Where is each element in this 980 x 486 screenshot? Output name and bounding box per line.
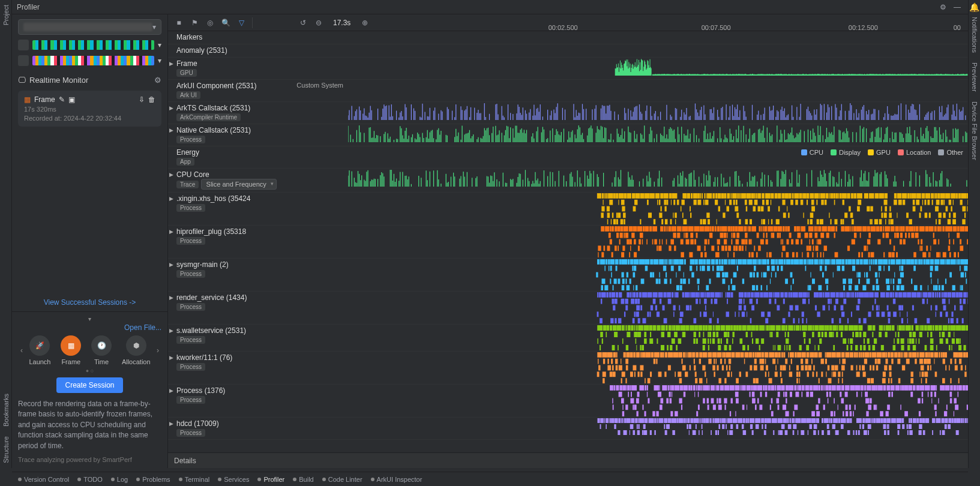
mode-time[interactable]: 🕐 Time [91, 335, 112, 365]
process-thumb-2[interactable]: ▾ [18, 55, 161, 66]
track-arkui-component-2531-[interactable]: ArkUI Component (2531)Ark UICustom Syste… [168, 80, 968, 102]
statusbar-terminal[interactable]: Terminal [179, 476, 210, 483]
expand-icon[interactable]: ▶ [169, 172, 173, 178]
svg-rect-292 [666, 226, 667, 232]
statusbar-code-linter[interactable]: Code Linter [322, 476, 362, 483]
expand-icon[interactable]: ▶ [169, 328, 173, 334]
expand-icon[interactable]: ▶ [169, 262, 173, 268]
track-lane[interactable] [348, 292, 968, 324]
track-lane[interactable] [348, 169, 968, 187]
expand-icon[interactable]: ▶ [169, 421, 173, 427]
process-thumb-1[interactable]: ▾ [18, 40, 161, 50]
track-render-service-1434-[interactable]: ▶render_service (1434)Process [168, 292, 968, 325]
track-lane[interactable] [348, 102, 968, 120]
left-tab-bookmarks[interactable]: Bookmarks [1, 389, 11, 431]
view-sessions-link[interactable]: View Successful Sessions -> [44, 298, 136, 307]
expand-icon[interactable]: ▶ [169, 127, 173, 133]
expand-icon[interactable]: ▶ [169, 295, 173, 301]
track-lane[interactable] [348, 124, 968, 142]
statusbar-services[interactable]: Services [218, 476, 249, 483]
stop-icon[interactable]: ■ [173, 17, 185, 29]
track-kworker-11-1-76-[interactable]: ▶kworker/11:1 (76)Process [168, 352, 968, 385]
filter-icon[interactable]: ▽ [235, 17, 247, 29]
expand-icon[interactable]: ▶ [169, 355, 173, 361]
track-hdcd-17009-[interactable]: ▶hdcd (17009)Process [168, 418, 968, 440]
track-native-callstack-2531-[interactable]: ▶Native Callstack (2531)Process [168, 124, 968, 146]
track-lane[interactable] [348, 58, 968, 76]
statusbar-build[interactable]: Build [293, 476, 313, 483]
track-energy[interactable]: EnergyApp CPU Display GPU Location Other [168, 146, 968, 169]
mode-frame[interactable]: ▦ Frame [61, 335, 81, 365]
left-tab-project[interactable]: Project [1, 0, 11, 30]
track-lane[interactable] [348, 44, 968, 54]
statusbar-problems[interactable]: Problems [136, 476, 170, 483]
undo-icon[interactable]: ↺ [297, 17, 309, 29]
search-icon[interactable]: 🔍 [220, 17, 232, 29]
expand-icon[interactable]: ▶ [169, 388, 173, 394]
track-s-walletservice-2531-[interactable]: ▶s.walletservice (2531)Process [168, 325, 968, 352]
zoom-out-icon[interactable]: ⊖ [313, 17, 325, 29]
zoom-in-icon[interactable]: ⊕ [359, 17, 371, 29]
expand-icon[interactable]: ▶ [169, 196, 173, 202]
right-tab-previewer[interactable]: Previewer [970, 58, 979, 97]
flag-icon[interactable]: ⚑ [188, 17, 200, 29]
track-lane[interactable] [348, 259, 968, 291]
export-icon[interactable]: ⇩ [139, 95, 145, 104]
modes-next[interactable]: › [155, 346, 160, 355]
svg-rect-390 [720, 233, 724, 238]
svg-rect-926 [907, 292, 911, 298]
svg-rect-688 [696, 266, 697, 271]
statusbar-version-control[interactable]: Version Control [18, 476, 69, 483]
expand-icon[interactable]: ▶ [169, 105, 173, 111]
track-lane[interactable] [348, 193, 968, 225]
track-lane[interactable] [348, 352, 968, 384]
track-lane[interactable] [348, 418, 968, 436]
track-lane[interactable] [348, 80, 968, 98]
session-card[interactable]: ▦ Frame ✎ ▣ ⇩ 🗑 17s 320ms Recorded at: 2… [18, 91, 161, 127]
left-tab-structure[interactable]: Structure [1, 431, 11, 468]
create-session-button[interactable]: Create Session [56, 377, 122, 393]
target-icon[interactable]: ◎ [204, 17, 216, 29]
svg-rect-99 [958, 193, 961, 199]
svg-rect-973 [831, 299, 832, 304]
track--xingin-xhs-hos-35424[interactable]: ▶.xingin.xhs_hos (35424Process [168, 193, 968, 226]
track-sysmgr-main-2-[interactable]: ▶sysmgr-main (2)Process [168, 259, 968, 292]
track-frame[interactable]: ▶FrameGPU [168, 58, 968, 80]
track-cpu-core[interactable]: ▶CPU CoreTrace Slice and Frequency [168, 169, 968, 193]
track-lane[interactable] [348, 385, 968, 417]
expand-icon[interactable]: ▶ [169, 229, 173, 235]
contract-icon[interactable]: ▣ [68, 95, 75, 104]
track-anomaly-2531-[interactable]: Anomaly (2531) [168, 44, 968, 58]
right-tab-notifications[interactable]: Notifications [970, 12, 979, 58]
modes-prev[interactable]: ‹ [19, 346, 24, 355]
realtime-settings-icon[interactable]: ⚙ [154, 76, 161, 85]
track-lane[interactable] [348, 325, 968, 351]
expand-handle[interactable]: ▾ [18, 316, 161, 322]
track-arkts-callstack-2531-[interactable]: ▶ArkTS Callstack (2531)ArkCompiler Runti… [168, 102, 968, 124]
track-lane[interactable]: CPU Display GPU Location Other [348, 146, 968, 164]
statusbar-arkui-inspector[interactable]: ArkUI Inspector [371, 476, 422, 483]
minimize-icon[interactable]: — [951, 1, 963, 13]
mode-launch[interactable]: 🚀 Launch [29, 335, 50, 365]
track-lane[interactable] [348, 226, 968, 258]
expand-icon[interactable]: ▶ [169, 61, 173, 67]
statusbar-log[interactable]: Log [111, 476, 128, 483]
svg-rect-1874 [944, 411, 947, 416]
track-hiprofiler-plug-35318[interactable]: ▶hiprofiler_plug (35318Process [168, 226, 968, 259]
track-lane[interactable] [348, 31, 968, 41]
statusbar-profiler[interactable]: Profiler [257, 476, 284, 483]
settings-icon[interactable]: ⚙ [937, 1, 949, 13]
timeline-body[interactable]: MarkersAnomaly (2531)▶FrameGPU ArkUI Com… [168, 31, 968, 452]
statusbar-todo[interactable]: TODO [77, 476, 103, 483]
edit-icon[interactable]: ✎ [59, 95, 65, 104]
delete-icon[interactable]: 🗑 [148, 95, 155, 104]
mode-allocation[interactable]: ⬢ Allocation [122, 335, 151, 365]
open-file-link[interactable]: Open File... [124, 323, 161, 332]
details-panel-header[interactable]: Details [168, 452, 968, 468]
track-markers[interactable]: Markers [168, 31, 968, 44]
notification-bell-icon[interactable]: 🔔 [969, 2, 979, 12]
device-selector[interactable]: ▾ [18, 19, 161, 35]
track-mode-selector[interactable]: Slice and Frequency [201, 179, 277, 190]
track-process-1376-[interactable]: ▶Process (1376)Process [168, 385, 968, 418]
right-tab-device-file-browser[interactable]: Device File Browser [970, 97, 979, 165]
